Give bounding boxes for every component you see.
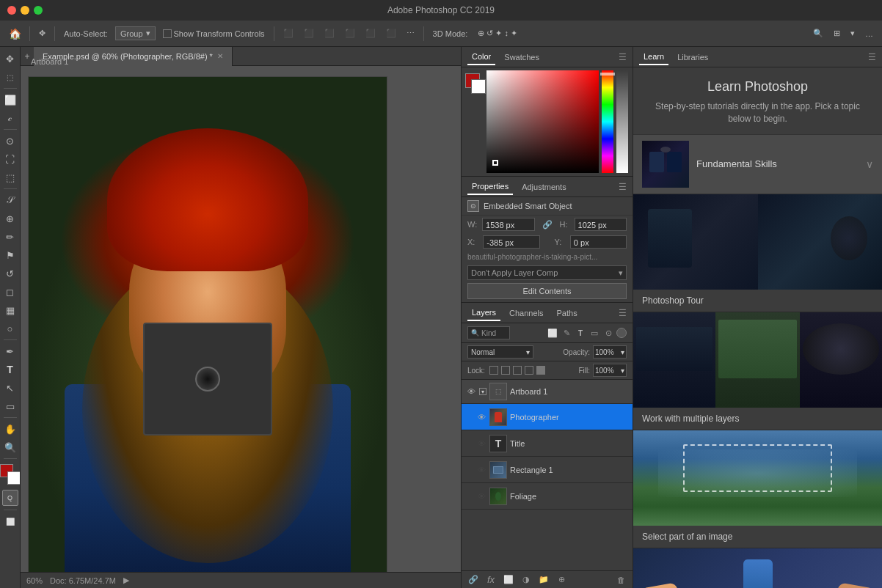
distribute-h-icon[interactable]: ⬛ [383,27,399,40]
eyedropper-btn[interactable]: 𝒮 [1,191,19,209]
filter-toggle[interactable] [616,328,627,338]
add-adjustment-icon[interactable]: ◑ [520,574,532,586]
auto-select-dropdown[interactable]: Group ▾ [115,26,156,40]
move-tool[interactable]: ✥ [36,27,48,40]
tab-layers[interactable]: Layers [467,305,500,321]
stamp-btn[interactable]: ⚑ [1,246,19,264]
more-options-icon[interactable]: ⋯ [404,27,418,40]
3d-controls[interactable]: ⊕ ↺ ✦ ↕ ✦ [475,27,520,40]
heal-btn[interactable]: ⊕ [1,210,19,227]
mode-toggle-btn[interactable]: Q [2,490,18,506]
y-value[interactable]: 0 px [570,235,627,249]
lock-paint-icon[interactable] [501,366,510,375]
align-top-icon[interactable]: ⬛ [342,27,358,40]
learn-menu-icon[interactable]: ☰ [868,52,876,62]
crop-tool-btn[interactable]: ⛶ [1,150,19,168]
link-layers-icon[interactable]: 🔗 [467,574,479,586]
fg-bg-small[interactable] [465,73,486,94]
bg-swatch-small[interactable] [471,79,486,94]
photographer-layer[interactable]: 👁 Photographer [462,404,633,430]
align-center-icon[interactable]: ⬛ [301,27,317,40]
maximize-button[interactable] [34,6,43,15]
edit-contents-button[interactable]: Edit Contents [467,283,627,299]
tutorial-select-part[interactable]: Select part of an image [633,430,882,548]
tab-learn[interactable]: Learn [639,49,668,65]
home-button[interactable]: 🏠 [6,25,23,43]
lock-all-icon[interactable] [536,366,545,375]
h-value[interactable]: 1025 px [575,218,627,231]
properties-menu-icon[interactable]: ☰ [619,182,627,192]
lasso-tool-btn[interactable]: 𝒸 [1,109,19,127]
brush-btn[interactable]: ✏ [1,228,19,246]
artboard-visibility-icon[interactable]: 👁 [466,386,476,397]
lock-position-icon[interactable] [513,366,522,375]
background-color[interactable] [7,471,21,485]
rectangle-layer[interactable]: 👁 Rectangle 1 [462,457,633,483]
layers-menu-icon[interactable]: ☰ [619,308,627,318]
history-brush-btn[interactable]: ↺ [1,265,19,282]
fill-value-input[interactable]: 100% ▾ [593,364,627,377]
tab-properties[interactable]: Properties [467,179,513,195]
title-visibility[interactable]: 👁 [476,438,486,449]
tab-libraries[interactable]: Libraries [673,50,712,65]
color-hue-slider[interactable] [602,70,613,173]
minimize-button[interactable] [21,6,29,15]
foliage-layer[interactable]: 👁 Foliage [462,483,633,510]
layer-effects-icon[interactable]: fx [485,574,497,586]
x-value[interactable]: -385 px [483,235,539,249]
screen-mode-btn[interactable]: ⬜ [1,512,19,530]
tab-close-icon[interactable]: ✕ [217,52,223,60]
color-gradient-container[interactable] [486,70,599,173]
tab-channels[interactable]: Channels [505,306,547,320]
new-layer-icon[interactable]: ⊕ [555,574,567,586]
distribute-icon[interactable]: ⬛ [362,27,379,40]
filter-shape-icon[interactable]: ▭ [588,327,600,339]
rectangle-tool-btn[interactable]: ▭ [1,397,19,415]
layer-filter-search[interactable]: 🔍 Kind [467,326,510,339]
delete-layer-icon[interactable]: 🗑 [615,574,627,586]
workspace-arrow[interactable]: ▾ [848,27,858,40]
filter-smart-icon[interactable]: ⊙ [602,327,614,339]
tab-paths[interactable]: Paths [553,306,582,320]
zoom-tool-btn[interactable]: 🔍 [1,438,19,456]
workspace-prefs-icon[interactable]: … [862,28,876,40]
pen-tool-btn[interactable]: ✒ [1,342,19,360]
hand-tool-btn[interactable]: ✋ [1,420,19,438]
align-left-icon[interactable]: ⬛ [280,27,296,40]
close-button[interactable] [7,6,16,15]
artboard-group-header[interactable]: 👁 ▾ ⬚ Artboard 1 [462,380,633,404]
tab-adjustments[interactable]: Adjustments [517,180,571,194]
canvas-image-area[interactable] [28,76,387,588]
status-arrow[interactable]: ▶ [123,576,129,585]
add-mask-icon[interactable]: ⬜ [503,574,514,586]
opacity-value-input[interactable]: 100% ▾ [593,345,627,359]
dodge-btn[interactable]: ○ [1,320,19,337]
tutorial-layer-mask[interactable]: Use a layer mask to add an object to an … [633,548,882,588]
align-right-icon[interactable]: ⬛ [321,27,338,40]
move-tool-btn[interactable]: ✥ [1,50,19,67]
tab-swatches[interactable]: Swatches [500,50,544,65]
search-icon[interactable]: 🔍 [810,27,826,40]
w-value[interactable]: 1538 px [482,218,534,231]
artboard-collapse-icon[interactable]: ▾ [479,388,486,395]
color-saturation-gradient[interactable] [486,70,599,173]
eraser-btn[interactable]: ◻ [1,283,19,301]
frame-tool-btn[interactable]: ⬚ [1,169,19,186]
quick-selection-btn[interactable]: ⊙ [1,132,19,150]
tab-color[interactable]: Color [467,49,495,65]
foliage-visibility[interactable]: 👁 [476,491,486,501]
add-group-icon[interactable]: 📁 [538,574,550,586]
rectangle-visibility[interactable]: 👁 [476,465,486,475]
show-transform-checkbox[interactable] [163,29,172,38]
filter-adjustment-icon[interactable]: ✎ [561,327,572,339]
path-select-btn[interactable]: ↖ [1,379,19,397]
tutorial-multiple-layers[interactable]: Work with multiple layers [633,312,882,430]
lock-artboard-icon[interactable] [525,366,533,375]
blend-mode-dropdown[interactable]: Normal ▾ [467,345,533,359]
traffic-lights[interactable] [7,6,43,15]
type-tool-btn[interactable]: T [1,361,19,378]
gradient-btn[interactable]: ▦ [1,301,19,319]
filter-type-icon[interactable]: T [575,327,586,339]
artboard-tool-btn[interactable]: ⬚ [1,68,19,86]
fg-bg-color-swatches[interactable] [0,464,21,485]
